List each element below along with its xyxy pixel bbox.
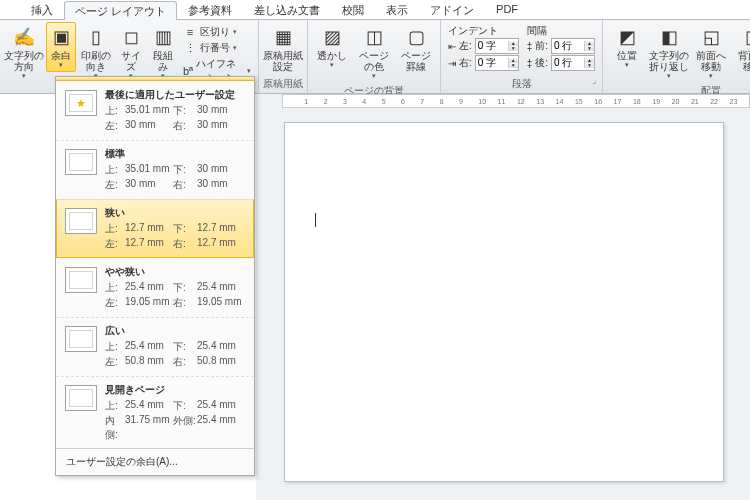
margin-preset-2[interactable]: 狭い上:12.7 mm下:12.7 mm左:12.7 mm右:12.7 mm (56, 199, 254, 258)
tab-insert[interactable]: 挿入 (20, 0, 64, 19)
space-after-input[interactable]: ▲▼ (551, 55, 595, 71)
preset-icon (65, 267, 97, 293)
custom-margins-item[interactable]: ユーザー設定の余白(A)... (56, 448, 254, 475)
preset-list: 最後に適用したユーザー設定上:35.01 mm下:30 mm左:30 mm右:3… (56, 81, 254, 448)
space-after-icon: ‡ (527, 58, 533, 69)
preset-title: やや狭い (105, 265, 245, 279)
wrap-icon: ◧ (657, 25, 681, 49)
ribbon-tabs: 挿入 ページ レイアウト 参考資料 差し込み文書 校閲 表示 アドイン PDF (0, 0, 750, 20)
preset-title: 見開きページ (105, 383, 245, 397)
document-area (256, 94, 750, 500)
tab-view[interactable]: 表示 (375, 0, 419, 19)
indent-left-input[interactable]: ▲▼ (475, 38, 519, 54)
indent-left-icon: ⇤ (448, 41, 456, 52)
orientation-icon: ▯ (84, 25, 108, 49)
genkou-button[interactable]: ▦原稿用紙 設定 (263, 22, 303, 75)
group-genkou-label: 原稿用紙 (263, 76, 303, 93)
columns-button[interactable]: ▥段組み▾ (148, 22, 178, 83)
wrap-text-button[interactable]: ◧文字列の 折り返し▾ (649, 22, 689, 83)
page-border-icon: ▢ (404, 25, 428, 49)
margin-preset-0[interactable]: 最後に適用したユーザー設定上:35.01 mm下:30 mm左:30 mm右:3… (56, 81, 254, 140)
page-color-button[interactable]: ◫ページの色▾ (354, 22, 394, 83)
tab-references[interactable]: 参考資料 (177, 0, 243, 19)
size-icon: ◻ (119, 25, 143, 49)
margin-preset-3[interactable]: やや狭い上:25.4 mm下:25.4 mm左:19.05 mm右:19.05 … (56, 258, 254, 317)
line-numbers-button[interactable]: ⋮行番号▾ (180, 40, 254, 56)
preset-title: 狭い (105, 206, 245, 220)
forward-icon: ◱ (699, 25, 723, 49)
margin-preset-1[interactable]: 標準上:35.01 mm下:30 mm左:30 mm右:30 mm (56, 140, 254, 199)
tab-mailings[interactable]: 差し込み文書 (243, 0, 331, 19)
preset-icon (65, 90, 97, 116)
bring-forward-button[interactable]: ◱前面へ 移動▾ (691, 22, 731, 83)
space-before-input[interactable]: ▲▼ (551, 38, 595, 54)
breaks-button[interactable]: ≡区切り▾ (180, 24, 254, 40)
send-backward-button[interactable]: ◲背面へ 移動▾ (733, 22, 750, 83)
breaks-icon: ≡ (183, 25, 197, 39)
watermark-button[interactable]: ▨透かし▾ (312, 22, 352, 72)
orientation-button[interactable]: ▯印刷の 向き▾ (78, 22, 114, 83)
preset-icon (65, 208, 97, 234)
indent-right-icon: ⇥ (448, 58, 456, 69)
tab-review[interactable]: 校閲 (331, 0, 375, 19)
horizontal-ruler[interactable]: 1234567891011121314151617181920212223 (282, 94, 750, 108)
space-before-icon: ‡ (527, 41, 533, 52)
margin-preset-5[interactable]: 見開きページ上:25.4 mm下:25.4 mm内側:31.75 mm外側:25… (56, 376, 254, 448)
backward-icon: ◲ (741, 25, 750, 49)
position-icon: ◩ (615, 25, 639, 49)
preset-icon (65, 326, 97, 352)
indent-title: インデント (448, 24, 519, 38)
tab-addin[interactable]: アドイン (419, 0, 485, 19)
preset-title: 標準 (105, 147, 245, 161)
watermark-icon: ▨ (320, 25, 344, 49)
margins-icon: ▣ (49, 25, 73, 49)
margin-preset-4[interactable]: 広い上:25.4 mm下:25.4 mm左:50.8 mm右:50.8 mm (56, 317, 254, 376)
text-direction-icon: ✍ (12, 25, 36, 49)
tab-pdf[interactable]: PDF (485, 0, 529, 19)
page-borders-button[interactable]: ▢ページ 罫線 (396, 22, 436, 75)
margins-dropdown: 最後に適用したユーザー設定上:35.01 mm下:30 mm左:30 mm右:3… (55, 76, 255, 476)
preset-icon (65, 149, 97, 175)
margins-button[interactable]: ▣余白▾ (46, 22, 76, 72)
text-cursor (315, 213, 316, 227)
preset-icon (65, 385, 97, 411)
group-paragraph-label: 段落 (445, 76, 598, 93)
size-button[interactable]: ◻サイズ▾ (116, 22, 146, 83)
lineno-icon: ⋮ (183, 41, 197, 55)
tab-page-layout[interactable]: ページ レイアウト (64, 1, 177, 20)
genkou-icon: ▦ (271, 25, 295, 49)
spacing-title: 間隔 (527, 24, 595, 38)
columns-icon: ▥ (151, 25, 175, 49)
indent-right-input[interactable]: ▲▼ (475, 55, 519, 71)
page-color-icon: ◫ (362, 25, 386, 49)
position-button[interactable]: ◩位置▾ (607, 22, 647, 72)
document-page[interactable] (284, 122, 724, 482)
preset-title: 広い (105, 324, 245, 338)
text-direction-button[interactable]: ✍文字列の 方向▾ (4, 22, 44, 83)
preset-title: 最後に適用したユーザー設定 (105, 88, 245, 102)
